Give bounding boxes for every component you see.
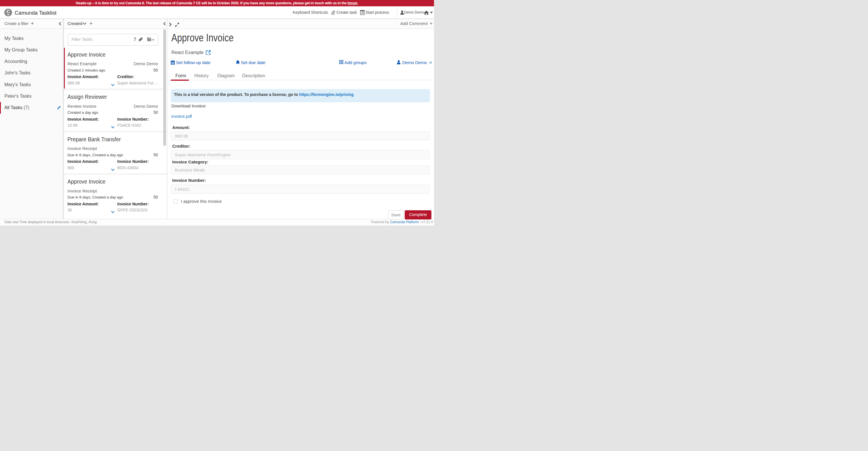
svg-text:C: C xyxy=(7,9,10,14)
